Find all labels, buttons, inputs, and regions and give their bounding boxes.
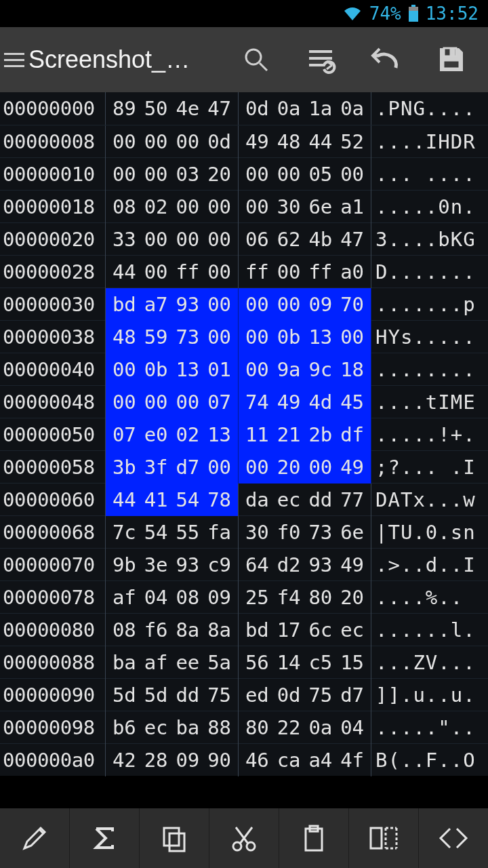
hex-byte[interactable]: 93 xyxy=(174,549,201,581)
hex-byte[interactable]: 0a xyxy=(307,711,334,744)
hex-byte[interactable]: 7c xyxy=(110,516,138,549)
hex-byte[interactable]: 9c xyxy=(307,353,334,386)
hex-row[interactable]: 000000687c5455fa30f0736e|TU.0.sn xyxy=(0,515,488,548)
hex-byte[interactable]: 44 xyxy=(110,484,138,516)
cut-button[interactable] xyxy=(209,808,279,868)
hex-group[interactable]: 89504e47 xyxy=(106,92,239,125)
hex-row[interactable]: 000000a04228099046caa44fB(..F..O xyxy=(0,743,488,776)
hex-group[interactable]: ff00ffa0 xyxy=(239,256,371,288)
hex-byte[interactable]: ee xyxy=(174,646,201,679)
hex-byte[interactable]: 00 xyxy=(339,321,366,353)
hex-byte[interactable]: 09 xyxy=(206,581,233,614)
ascii-cell[interactable]: ]].u..u. xyxy=(371,679,487,711)
hex-byte[interactable]: 4b xyxy=(307,223,334,256)
hex-byte[interactable]: 00 xyxy=(275,288,302,321)
hex-byte[interactable]: 00 xyxy=(206,191,233,223)
hex-byte[interactable]: 00 xyxy=(243,288,270,321)
hex-byte[interactable]: e0 xyxy=(142,418,169,451)
hex-byte[interactable]: 17 xyxy=(275,614,302,646)
hex-byte[interactable]: 00 xyxy=(110,353,138,386)
hex-row[interactable]: 000000080000000d49484452....IHDR xyxy=(0,125,488,157)
hex-byte[interactable]: 55 xyxy=(174,516,201,549)
menu-button[interactable] xyxy=(4,50,24,70)
hex-row[interactable]: 00000040000b1301009a9c18........ xyxy=(0,353,488,385)
ascii-cell[interactable]: ... .... xyxy=(371,158,487,191)
hex-byte[interactable]: 20 xyxy=(275,451,302,484)
hex-byte[interactable]: 09 xyxy=(307,288,334,321)
ascii-cell[interactable]: ....tIME xyxy=(371,386,487,418)
ascii-cell[interactable]: HYs..... xyxy=(371,321,487,353)
hex-group[interactable]: bda79300 xyxy=(106,288,239,321)
copy-button[interactable] xyxy=(140,808,209,868)
hex-byte[interactable]: 3f xyxy=(142,451,169,484)
hex-byte[interactable]: 02 xyxy=(142,191,169,223)
hex-byte[interactable]: 2b xyxy=(307,418,334,451)
hex-byte[interactable]: 11 xyxy=(243,418,270,451)
hex-group[interactable]: 74494d45 xyxy=(239,386,371,418)
hex-group[interactable]: 07e00213 xyxy=(106,418,239,451)
hex-byte[interactable]: dd xyxy=(174,679,201,711)
hex-byte[interactable]: 07 xyxy=(206,386,233,418)
search-button[interactable] xyxy=(224,27,289,92)
ascii-cell[interactable]: |TU.0.sn xyxy=(371,516,487,549)
hex-view[interactable]: 0000000089504e470d0a1a0a.PNG....00000008… xyxy=(0,92,488,776)
hex-row[interactable]: 000000905d5ddd75ed0d75d7]].u..u. xyxy=(0,678,488,711)
hex-byte[interactable]: da xyxy=(243,484,270,516)
hex-byte[interactable]: 74 xyxy=(243,386,270,418)
hex-group[interactable]: 42280990 xyxy=(106,744,239,776)
hex-row[interactable]: 00000098b6ecba8880220a04.....".. xyxy=(0,711,488,743)
hex-byte[interactable]: dd xyxy=(307,484,334,516)
hex-group[interactable]: daecdd77 xyxy=(239,484,371,516)
ascii-cell[interactable]: DATx...w xyxy=(371,484,487,516)
hex-byte[interactable]: 0d xyxy=(275,679,302,711)
hex-byte[interactable]: 89 xyxy=(110,92,138,125)
hex-byte[interactable]: 09 xyxy=(174,744,201,776)
hex-byte[interactable]: 13 xyxy=(174,353,201,386)
hex-byte[interactable]: 73 xyxy=(174,321,201,353)
hex-byte[interactable]: 42 xyxy=(110,744,138,776)
hex-byte[interactable]: 73 xyxy=(307,516,334,549)
hex-byte[interactable]: 78 xyxy=(206,484,233,516)
ascii-cell[interactable]: D....... xyxy=(371,256,487,288)
hex-row[interactable]: 0000008008f68a8abd176cec......l. xyxy=(0,613,488,646)
compare-button[interactable] xyxy=(349,808,419,868)
hex-row[interactable]: 000000284400ff00ff00ffa0D....... xyxy=(0,255,488,288)
hex-byte[interactable]: ff xyxy=(243,256,270,288)
hex-byte[interactable]: 93 xyxy=(174,288,201,321)
hex-row[interactable]: 000000203300000006624b473....bKG xyxy=(0,222,488,255)
hex-byte[interactable]: 6c xyxy=(307,614,334,646)
hex-byte[interactable]: 47 xyxy=(339,223,366,256)
hex-byte[interactable]: 44 xyxy=(110,256,138,288)
ascii-cell[interactable]: ......l. xyxy=(371,614,487,646)
hex-byte[interactable]: af xyxy=(110,581,138,614)
hex-byte[interactable]: 00 xyxy=(243,191,270,223)
hex-byte[interactable]: 45 xyxy=(339,386,366,418)
ascii-cell[interactable]: ........ xyxy=(371,353,487,386)
hex-byte[interactable]: ca xyxy=(275,744,302,776)
hex-group[interactable]: 30f0736e xyxy=(239,516,371,549)
hex-byte[interactable]: 52 xyxy=(339,125,366,158)
hex-byte[interactable]: 3e xyxy=(142,549,169,581)
save-button[interactable] xyxy=(419,27,484,92)
edit-button[interactable] xyxy=(0,808,70,868)
hex-group[interactable]: 49484452 xyxy=(239,125,371,158)
hex-byte[interactable]: 0b xyxy=(275,321,302,353)
hex-byte[interactable]: 08 xyxy=(174,581,201,614)
hex-byte[interactable]: 70 xyxy=(339,288,366,321)
hex-group[interactable]: 06624b47 xyxy=(239,223,371,256)
tags-button[interactable] xyxy=(419,808,488,868)
hex-byte[interactable]: a1 xyxy=(339,191,366,223)
hex-byte[interactable]: 30 xyxy=(275,191,302,223)
hex-byte[interactable]: 49 xyxy=(243,125,270,158)
hex-byte[interactable]: 13 xyxy=(206,418,233,451)
hex-group[interactable]: baafee5a xyxy=(106,646,239,679)
hex-byte[interactable]: 25 xyxy=(243,581,270,614)
hex-byte[interactable]: 00 xyxy=(142,158,169,191)
paste-button[interactable] xyxy=(279,808,349,868)
redo-button[interactable] xyxy=(289,27,354,92)
hex-byte[interactable]: 4f xyxy=(339,744,366,776)
hex-byte[interactable]: 04 xyxy=(142,581,169,614)
hex-group[interactable]: 08f68a8a xyxy=(106,614,239,646)
hex-byte[interactable]: 49 xyxy=(339,549,366,581)
hex-group[interactable]: af040809 xyxy=(106,581,239,614)
